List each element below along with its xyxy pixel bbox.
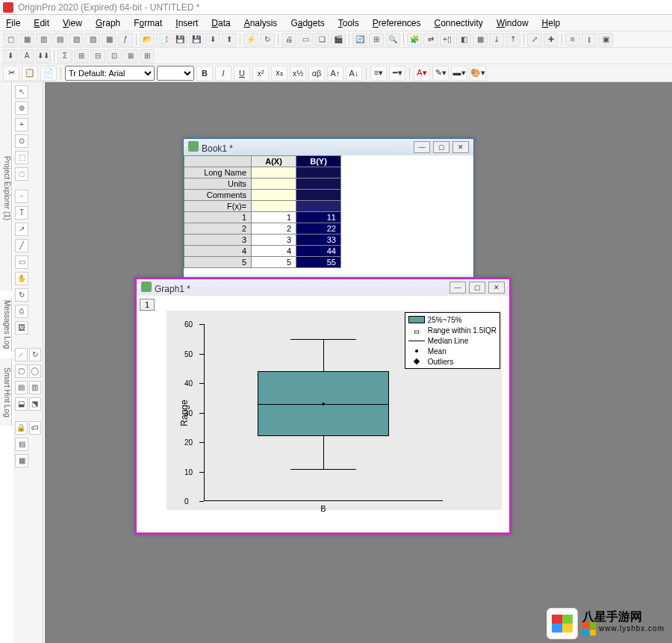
units-label[interactable]: Units	[184, 178, 252, 190]
superscript-button[interactable]: x²	[252, 66, 269, 81]
page-tab-1[interactable]: 1	[140, 299, 155, 311]
add-col-button[interactable]: +▯	[440, 33, 455, 46]
menu-gadgets[interactable]: Gadgets	[290, 18, 324, 28]
row-3-label[interactable]: 3	[184, 234, 252, 246]
font-size-select[interactable]	[157, 66, 194, 81]
cell-a1[interactable]: 1	[252, 212, 296, 223]
tb-button[interactable]: ⊟	[90, 49, 105, 63]
graph-body[interactable]: 1 Range 0102030405060 B 25%~75% ⏛Range w…	[137, 296, 509, 532]
new-project-button[interactable]: ▢	[3, 33, 18, 46]
tb-button[interactable]: ⊡	[107, 49, 122, 63]
menu-file[interactable]: File	[6, 18, 20, 28]
cell-a5[interactable]: 5	[252, 257, 296, 268]
col-b-header[interactable]: B(Y)	[296, 156, 341, 167]
line-color-button[interactable]: ✎▾	[432, 66, 449, 81]
cell[interactable]	[296, 190, 341, 201]
transfer-button[interactable]: ⇄	[423, 33, 438, 46]
new-matrix-button[interactable]: ▤	[52, 33, 67, 46]
cell-b4[interactable]: 44	[296, 246, 341, 257]
messages-log-tab[interactable]: Messages Log	[0, 299, 12, 351]
pan-tool[interactable]: ✋	[15, 272, 28, 285]
extract-button[interactable]: ⤓	[489, 33, 504, 46]
cell-b3[interactable]: 33	[296, 234, 341, 246]
cell[interactable]	[296, 201, 341, 212]
book1-grid[interactable]: A(X) B(Y) Long Name Units Comments F(x)=…	[184, 155, 473, 287]
print-button[interactable]: 🖨	[281, 33, 296, 46]
cell[interactable]	[252, 190, 296, 201]
row-5-label[interactable]: 5	[184, 257, 252, 268]
menu-analysis[interactable]: Analysis	[244, 18, 278, 28]
corner-cell[interactable]	[184, 156, 252, 167]
graph1-titlebar[interactable]: Graph1 * — ▢ ✕	[137, 279, 509, 296]
cell-b5[interactable]: 55	[296, 257, 341, 268]
merge-button[interactable]: ⤒	[505, 33, 520, 46]
import-button[interactable]: ⬇	[205, 33, 220, 46]
screen-reader-tool[interactable]: ⊙	[15, 134, 28, 148]
export-button[interactable]: ⬆	[222, 33, 237, 46]
line-tool[interactable]: ╱	[15, 239, 28, 252]
duplicate-button[interactable]: ❏	[314, 33, 329, 46]
anti-alias-button[interactable]: ⟋	[15, 348, 28, 361]
col-a-header[interactable]: A(X)	[252, 156, 296, 167]
row-1-label[interactable]: 1	[184, 212, 252, 223]
tool-ico[interactable]: ▥	[29, 381, 42, 394]
cell-b1[interactable]: 11	[296, 212, 341, 223]
reader-tool[interactable]: +	[15, 118, 28, 131]
row-button[interactable]: ≡	[565, 33, 580, 46]
cell[interactable]	[296, 167, 341, 178]
region-tool[interactable]: ⬚	[15, 151, 28, 164]
subscript-button[interactable]: x₂	[271, 66, 287, 81]
cut-button[interactable]: ✂	[3, 66, 19, 81]
menu-data[interactable]: Data	[211, 18, 230, 28]
cell[interactable]	[296, 178, 341, 190]
layer-button[interactable]: ◧	[456, 33, 471, 46]
tool-ico[interactable]: 🔒	[15, 421, 28, 435]
digitize-button[interactable]: ⊞	[369, 33, 384, 46]
col-button[interactable]: ⫿	[582, 33, 597, 46]
smart-hint-log-tab[interactable]: Smart Hint Log	[0, 358, 12, 426]
import-wizard-button[interactable]: ⬇	[3, 49, 18, 63]
stats-button[interactable]: Σ	[57, 49, 72, 63]
bold-button[interactable]: B	[196, 66, 213, 81]
dup-layer-button[interactable]: ▣	[598, 33, 613, 46]
menu-connectivity[interactable]: Connectivity	[435, 18, 483, 28]
batch-button[interactable]: ⚡	[243, 33, 258, 46]
new-layout-button[interactable]: ▨	[85, 33, 100, 46]
workspace[interactable]: Book1 * — ▢ ✕ A(X) B(Y) Long Name Units …	[45, 82, 672, 643]
rect-tool[interactable]: ▭	[15, 255, 28, 269]
arrow-tool[interactable]: ↗	[15, 223, 28, 236]
tool-ico[interactable]: ▢	[15, 364, 28, 378]
tool-ico[interactable]: ◯	[29, 364, 42, 378]
maximize-button[interactable]: ▢	[469, 282, 485, 293]
new-graph-button[interactable]: ▥	[36, 33, 51, 46]
graph1-window[interactable]: Graph1 * — ▢ ✕ 1 Range 0102030405060 B	[134, 277, 511, 535]
tb-button[interactable]: ⊞	[74, 49, 89, 63]
paste-button[interactable]: 📄	[40, 66, 57, 81]
cell-a3[interactable]: 3	[252, 234, 296, 246]
zoom-button[interactable]: 🔍	[385, 33, 400, 46]
project-explorer-tab[interactable]: Project Explorer (1)	[0, 82, 12, 291]
line-style-button[interactable]: ≡▾	[370, 66, 387, 81]
font-color-button[interactable]: A▾	[414, 66, 430, 81]
save-button[interactable]: 💾	[172, 33, 187, 46]
tb-button[interactable]: ⊠	[123, 49, 138, 63]
line-width-button[interactable]: ━▾	[389, 66, 405, 81]
menu-graph[interactable]: Graph	[96, 18, 120, 28]
palette-button[interactable]: 🎨▾	[470, 66, 486, 81]
new-excel-button[interactable]: ▧	[69, 33, 84, 46]
comments-label[interactable]: Comments	[184, 190, 252, 201]
decrease-font-button[interactable]: A↓	[346, 66, 362, 81]
tool-ico[interactable]: 🏷	[29, 421, 42, 435]
menu-insert[interactable]: Insert	[175, 18, 198, 28]
cell[interactable]	[252, 201, 296, 212]
supersub-button[interactable]: x½	[290, 66, 306, 81]
italic-button[interactable]: I	[215, 66, 231, 81]
draw-tool[interactable]: ▫	[15, 190, 28, 203]
menu-preferences[interactable]: Preferences	[373, 18, 421, 28]
book1-titlebar[interactable]: Book1 * — ▢ ✕	[184, 139, 473, 155]
new-notes-button[interactable]: ▩	[102, 33, 116, 46]
cell[interactable]	[252, 167, 296, 178]
redraw-button[interactable]: ↻	[29, 348, 42, 361]
slide-button[interactable]: ▭	[298, 33, 313, 46]
menu-help[interactable]: Help	[542, 18, 561, 28]
